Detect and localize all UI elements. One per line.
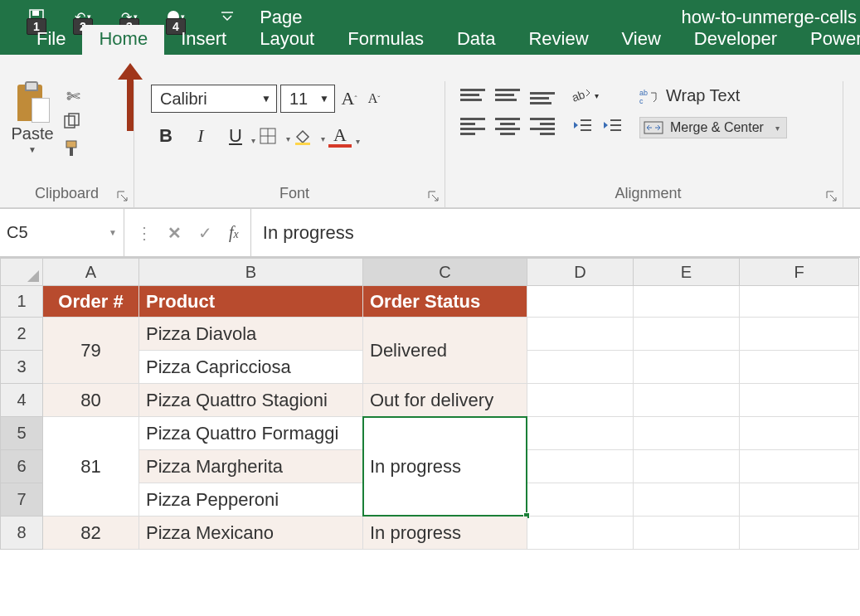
worksheet-grid[interactable]: A B C D E F 1 Order # Product Order Stat… [0, 258, 860, 550]
cell[interactable] [634, 450, 740, 483]
column-header[interactable]: A [43, 258, 139, 286]
cell[interactable] [634, 517, 740, 550]
italic-button[interactable]: I [189, 125, 212, 147]
column-header[interactable]: F [740, 258, 859, 286]
column-header[interactable]: D [527, 258, 634, 286]
tab-page-layout[interactable]: Page Layout [243, 3, 331, 55]
name-box[interactable]: C5 ▼ [0, 208, 124, 257]
tab-file[interactable]: File [20, 25, 82, 55]
font-size-combo[interactable]: 11 ▼ [280, 85, 335, 113]
row-header[interactable]: 2 [0, 318, 43, 351]
format-painter-button[interactable] [63, 139, 83, 158]
copy-button[interactable] [63, 113, 83, 131]
cell[interactable]: Product [139, 286, 363, 318]
tab-home[interactable]: Home [82, 25, 164, 55]
cell[interactable]: Order Status [363, 286, 527, 318]
font-family-combo[interactable]: Calibri ▼ [151, 85, 277, 113]
cell[interactable] [634, 384, 740, 417]
chevron-down-icon[interactable]: ▼ [261, 93, 271, 104]
cell[interactable] [634, 351, 740, 384]
bold-button[interactable]: B [154, 125, 177, 147]
cell[interactable] [527, 483, 634, 517]
row-header[interactable]: 5 [0, 417, 43, 450]
cell[interactable] [527, 351, 634, 384]
align-right-button[interactable] [530, 116, 555, 136]
tab-insert[interactable]: Insert [164, 25, 243, 55]
decrease-indent-button[interactable] [571, 116, 593, 134]
cell[interactable] [527, 417, 634, 450]
tab-formulas[interactable]: Formulas [331, 25, 440, 55]
cell[interactable] [527, 286, 634, 318]
cell[interactable]: Out for delivery [363, 384, 527, 417]
cell[interactable]: In progress [363, 517, 527, 550]
increase-font-size-button[interactable]: Aˆ [338, 88, 360, 109]
increase-indent-button[interactable] [601, 116, 623, 134]
enter-button[interactable]: ✓ [198, 223, 212, 243]
row-header[interactable]: 1 [0, 286, 43, 318]
tab-data[interactable]: Data [440, 25, 512, 55]
chevron-down-icon[interactable]: ▾ [595, 91, 599, 100]
cell-merged[interactable]: 81 [43, 417, 139, 517]
column-header[interactable]: E [634, 258, 740, 286]
cell[interactable]: Order # [43, 286, 139, 318]
cell[interactable]: Pizza Capricciosa [139, 351, 363, 384]
cut-button[interactable]: ✄ [63, 86, 83, 104]
chevron-down-icon[interactable]: ▼ [109, 228, 117, 237]
cancel-button[interactable]: ✕ [168, 223, 182, 243]
wrap-text-button[interactable]: abc Wrap Text [639, 86, 787, 105]
cell[interactable] [740, 417, 859, 450]
cell[interactable] [740, 517, 859, 550]
cell[interactable] [527, 384, 634, 417]
cell[interactable] [527, 517, 634, 550]
row-header[interactable]: 6 [0, 450, 43, 483]
merge-center-button[interactable]: Merge & Center ▾ [639, 117, 787, 138]
cell[interactable]: 80 [43, 384, 139, 417]
row-header[interactable]: 3 [0, 351, 43, 384]
dialog-launcher-icon[interactable] [117, 191, 129, 202]
cell[interactable] [740, 351, 859, 384]
fill-color-button[interactable] [294, 127, 317, 145]
cell[interactable] [740, 286, 859, 318]
cell[interactable] [527, 450, 634, 483]
chevron-down-icon[interactable]: ▼ [319, 93, 329, 104]
orientation-button[interactable]: ab ▾ [571, 86, 623, 104]
column-header[interactable]: C [363, 258, 527, 286]
align-bottom-button[interactable] [530, 85, 555, 104]
font-color-button[interactable]: A [328, 124, 352, 148]
paste-button[interactable]: Paste ▼ [7, 85, 58, 154]
cell[interactable] [740, 483, 859, 517]
cell[interactable]: Pizza Margherita [139, 450, 363, 483]
formula-input[interactable]: In progress [251, 208, 860, 257]
select-all-corner[interactable] [0, 258, 43, 286]
cell[interactable] [634, 483, 740, 517]
cell[interactable] [634, 417, 740, 450]
cell[interactable] [740, 318, 859, 351]
cell[interactable] [634, 318, 740, 351]
row-header[interactable]: 4 [0, 384, 43, 417]
cell-merged[interactable]: 79 [43, 318, 139, 384]
borders-button[interactable] [259, 127, 282, 145]
align-top-button[interactable] [460, 85, 485, 104]
cell-merged-selected[interactable]: In progress [363, 417, 527, 517]
chevron-down-icon[interactable]: ▾ [775, 124, 780, 133]
cell[interactable]: Pizza Pepperoni [139, 483, 363, 517]
align-center-button[interactable] [495, 116, 520, 136]
decrease-font-size-button[interactable]: Aˇ [363, 88, 385, 109]
cell[interactable]: Pizza Quattro Formaggi [139, 417, 363, 450]
cell[interactable]: 82 [43, 517, 139, 550]
tab-view[interactable]: View [605, 25, 678, 55]
cell[interactable]: Pizza Diavola [139, 318, 363, 351]
row-header[interactable]: 7 [0, 483, 43, 517]
cell[interactable] [634, 286, 740, 318]
dialog-launcher-icon[interactable] [428, 191, 440, 202]
cell[interactable] [527, 318, 634, 351]
tab-power[interactable]: Power [794, 25, 860, 55]
column-header[interactable]: B [139, 258, 363, 286]
row-header[interactable]: 8 [0, 517, 43, 550]
tab-developer[interactable]: Developer [678, 25, 794, 55]
align-middle-button[interactable] [495, 85, 520, 104]
fx-button[interactable]: fx [229, 223, 239, 242]
chevron-down-icon[interactable]: ▼ [28, 145, 36, 154]
cell[interactable] [740, 450, 859, 483]
cell[interactable]: Pizza Quattro Stagioni [139, 384, 363, 417]
